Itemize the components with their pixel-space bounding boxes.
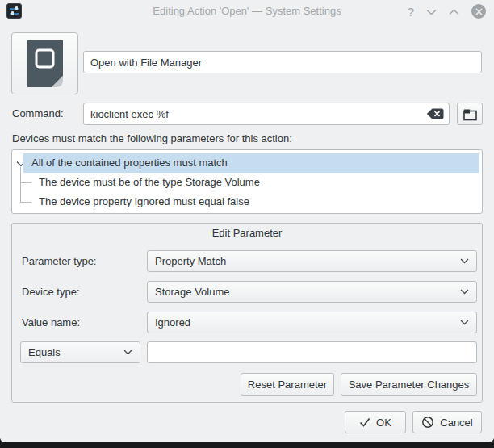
check-icon — [359, 417, 370, 427]
groupbox-title: Edit Parameter — [12, 227, 482, 239]
window-controls: ? — [408, 0, 486, 23]
help-button[interactable]: ? — [408, 5, 414, 19]
tree-item-root-selected[interactable]: All of the contained properties must mat… — [23, 153, 479, 173]
tree-item-device-type[interactable]: The device must be of the type Storage V… — [39, 173, 479, 192]
parameter-type-value: Property Match — [155, 255, 460, 267]
chevron-down-icon — [460, 289, 469, 295]
parameters-tree: All of the contained properties must mat… — [11, 149, 483, 214]
reset-parameter-button[interactable]: Reset Parameter — [241, 373, 334, 396]
ok-label: OK — [376, 417, 391, 429]
edit-parameter-groupbox: Edit Parameter Parameter type: Property … — [11, 223, 483, 403]
cancel-label: Cancel — [440, 417, 472, 429]
value-name-value: Ignored — [155, 316, 460, 329]
tree-branch-tick — [20, 182, 31, 183]
parameter-type-label: Parameter type: — [22, 250, 97, 272]
minimize-button[interactable] — [426, 6, 437, 18]
ok-button[interactable]: OK — [345, 411, 406, 433]
value-input[interactable] — [147, 341, 477, 363]
value-name-label: Value name: — [22, 312, 80, 333]
close-icon — [475, 8, 483, 15]
chevron-down-icon — [460, 258, 469, 264]
command-field-wrap — [83, 103, 450, 125]
chevron-down-icon — [460, 320, 469, 325]
command-input[interactable] — [83, 103, 450, 125]
tree-item-property[interactable]: The device property Ignored must equal f… — [39, 192, 479, 211]
dialog-window: Editing Action 'Open' — System Settings … — [0, 0, 494, 442]
cancel-icon — [421, 416, 434, 429]
save-parameter-label: Save Parameter Changes — [349, 379, 470, 391]
parameter-type-combobox[interactable]: Property Match — [147, 250, 477, 272]
device-type-label: Device type: — [22, 281, 80, 303]
action-icon-button[interactable] — [11, 32, 78, 94]
file-manager-icon — [27, 40, 64, 87]
tree-branch-line — [20, 167, 21, 202]
browse-file-button[interactable] — [457, 103, 483, 125]
cancel-button[interactable]: Cancel — [412, 411, 482, 433]
titlebar[interactable]: Editing Action 'Open' — System Settings … — [0, 0, 494, 23]
folder-icon — [463, 107, 478, 121]
maximize-button[interactable] — [449, 6, 459, 18]
value-field-wrap — [147, 341, 477, 363]
chevron-down-icon — [124, 350, 132, 355]
clear-text-icon[interactable] — [426, 108, 444, 119]
parameters-caption: Devices must match the following paramet… — [12, 128, 292, 149]
operator-value: Equals — [28, 346, 124, 358]
value-name-combobox[interactable]: Ignored — [147, 312, 477, 333]
tree-branch-tick — [20, 202, 31, 203]
command-label: Command: — [12, 103, 64, 125]
action-name-field-wrap — [83, 51, 482, 73]
save-parameter-button[interactable]: Save Parameter Changes — [341, 373, 477, 396]
reset-parameter-label: Reset Parameter — [248, 379, 327, 391]
device-type-value: Storage Volume — [155, 286, 460, 298]
close-button[interactable] — [471, 4, 486, 19]
operator-combobox[interactable]: Equals — [20, 341, 140, 363]
action-name-input[interactable] — [83, 51, 482, 73]
device-type-combobox[interactable]: Storage Volume — [147, 281, 477, 303]
